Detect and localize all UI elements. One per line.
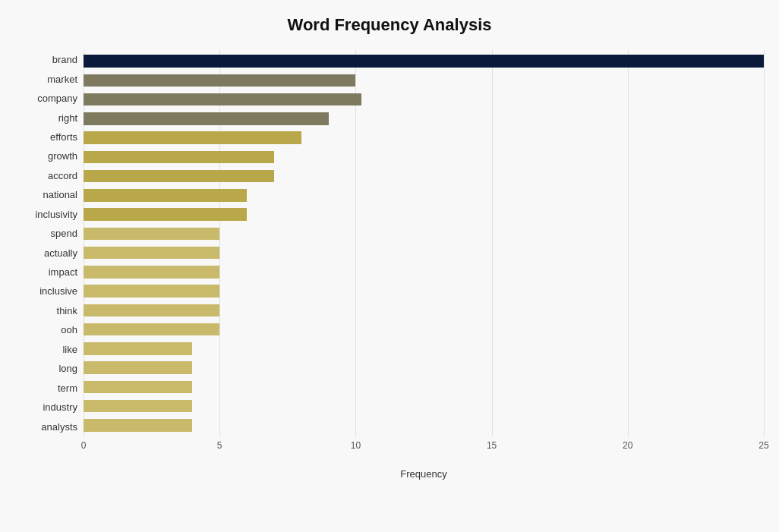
bar-row-growth	[84, 147, 764, 166]
y-label-spend: spend	[51, 224, 77, 243]
bar-row-market	[84, 71, 764, 90]
y-label-long: long	[58, 359, 77, 378]
y-label-impact: impact	[49, 263, 77, 282]
bar-row-inclusive	[84, 282, 764, 301]
bar-long	[84, 361, 192, 373]
bar-industry	[84, 400, 192, 412]
bar-spend	[84, 228, 219, 240]
bar-row-industry	[84, 397, 764, 416]
bar-row-like	[84, 339, 764, 358]
bar-row-national	[84, 186, 764, 205]
y-label-inclusivity: inclusivity	[35, 205, 77, 224]
bar-row-right	[84, 109, 764, 128]
bar-row-think	[84, 301, 764, 320]
y-label-inclusive: inclusive	[39, 282, 77, 301]
chart-container: Word Frequency Analysis brandmarketcompa…	[0, 0, 779, 532]
bar-row-ooh	[84, 320, 764, 339]
bar-term	[84, 381, 192, 393]
bar-brand	[84, 55, 764, 67]
bar-right	[84, 112, 329, 124]
bar-like	[84, 342, 192, 354]
bar-market	[84, 74, 355, 87]
bar-ooh	[84, 323, 219, 335]
y-axis: brandmarketcompanyrighteffortsgrowthacco…	[15, 50, 84, 436]
y-label-growth: growth	[48, 146, 77, 165]
bar-growth	[84, 151, 274, 163]
bar-row-term	[84, 377, 764, 396]
x-tick-5: 5	[217, 440, 222, 451]
y-label-think: think	[57, 301, 77, 320]
y-label-term: term	[58, 378, 77, 397]
bar-think	[84, 304, 219, 316]
bar-impact	[84, 266, 219, 278]
bar-row-company	[84, 90, 764, 109]
bar-row-long	[84, 358, 764, 377]
x-tick-20: 20	[623, 440, 632, 451]
bar-row-spend	[84, 224, 764, 243]
bar-row-actually	[84, 244, 764, 263]
bar-row-inclusivity	[84, 205, 764, 224]
y-label-ooh: ooh	[61, 320, 77, 339]
x-axis: 0510152025	[84, 436, 764, 467]
bar-row-accord	[84, 167, 764, 186]
y-label-right: right	[58, 108, 77, 127]
bar-national	[84, 189, 247, 201]
y-label-efforts: efforts	[50, 127, 77, 146]
bar-row-impact	[84, 263, 764, 282]
y-label-actually: actually	[44, 243, 77, 262]
bar-actually	[84, 247, 219, 259]
bar-efforts	[84, 131, 301, 143]
y-label-national: national	[43, 185, 77, 204]
bar-analysts	[84, 419, 192, 431]
grid-line-25	[764, 50, 765, 436]
y-label-accord: accord	[48, 166, 77, 185]
y-label-company: company	[37, 89, 77, 108]
bars-wrapper	[84, 50, 764, 436]
bar-inclusive	[84, 285, 219, 297]
y-label-like: like	[62, 340, 77, 359]
x-axis-label: Frequency	[84, 468, 764, 480]
bar-company	[84, 93, 361, 105]
y-label-market: market	[47, 69, 77, 88]
chart-title: Word Frequency Analysis	[15, 15, 764, 35]
y-label-industry: industry	[43, 398, 77, 417]
bar-inclusivity	[84, 208, 247, 220]
x-tick-15: 15	[487, 440, 497, 451]
bar-row-brand	[84, 52, 764, 71]
x-tick-10: 10	[351, 440, 361, 451]
y-label-brand: brand	[52, 50, 77, 69]
x-tick-0: 0	[81, 440, 87, 451]
x-tick-25: 25	[758, 440, 768, 451]
bar-row-efforts	[84, 128, 764, 147]
bar-accord	[84, 170, 274, 182]
bars-area	[84, 50, 764, 436]
bar-row-analysts	[84, 416, 764, 435]
y-label-analysts: analysts	[41, 417, 77, 436]
